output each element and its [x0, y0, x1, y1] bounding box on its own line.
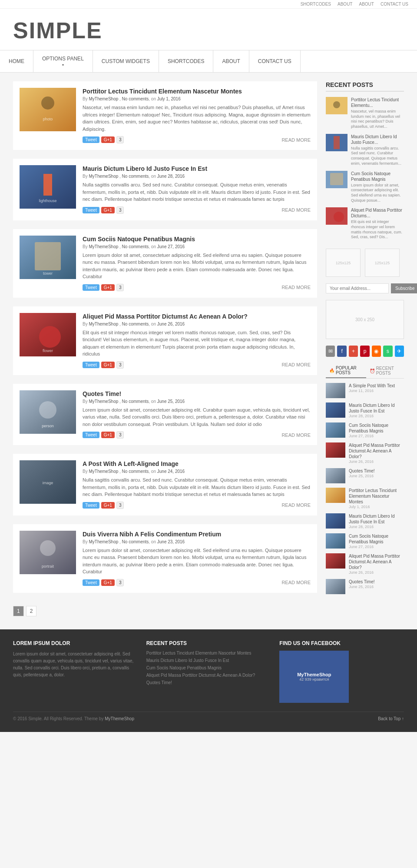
facebook-box[interactable]: MyThemeShop 42 939 нравится — [279, 651, 349, 703]
nav-options[interactable]: OPTIONS PANEL ▾ — [33, 50, 93, 72]
tweet-button[interactable]: Tweet — [83, 579, 99, 586]
post-6-meta: By MyThemeShop , No comments, on June 24… — [83, 469, 311, 474]
pop-title-4[interactable]: Aliquet Pid Massa Porttitor Dictumst Ac … — [349, 442, 404, 459]
subscribe-row: Subscribe — [326, 283, 404, 293]
pop-thumb-1 — [326, 383, 345, 398]
footer-col2-title: RECENT POSTS — [146, 640, 271, 646]
ad-125-2[interactable]: 125x125 — [365, 249, 400, 277]
email-icon[interactable]: ✉ — [326, 346, 335, 357]
pop-title-7[interactable]: Mauris Dictum Libero Id Justo Fusce In E… — [349, 513, 404, 525]
gplus-button[interactable]: G+1 — [101, 502, 115, 509]
read-more-1[interactable]: READ MORE — [281, 137, 311, 143]
post-3-image: tower — [20, 236, 76, 279]
rp-title-4[interactable]: Aliquet Pid Massa Porttitor Dictums... — [351, 207, 404, 219]
post-6-title[interactable]: A Post With A Left-Aligned Image — [83, 460, 311, 467]
rp-title-3[interactable]: Cum Sociis Natoque Penatibus Magnis — [351, 171, 404, 182]
page-1[interactable]: 1 — [13, 606, 24, 616]
ad-300[interactable]: 300 x 250 — [326, 300, 404, 339]
rp-item-1: Porttitor Lectus Tincidunt Elementu... N… — [326, 97, 404, 130]
topbar-about2[interactable]: ABOUT — [359, 2, 374, 7]
tweet-button[interactable]: Tweet — [83, 502, 99, 509]
read-more-4[interactable]: READ MORE — [281, 362, 311, 367]
gplus-button[interactable]: G+1 — [101, 362, 115, 368]
post-7-body: Duis Viverra Nibh A Felis Condimentum Pr… — [83, 531, 311, 586]
read-more-3[interactable]: READ MORE — [281, 285, 311, 290]
pop-item-8: Cum Sociis Natoque Penatibus Magnis June… — [326, 533, 404, 549]
site-title: SIMPLE — [13, 17, 404, 43]
rp-title-1[interactable]: Porttitor Lectus Tincidunt Elementu... — [351, 97, 404, 108]
pop-title-1[interactable]: A Simple Post With Text — [349, 383, 404, 389]
pop-item-2: Mauris Dictum Libero Id Justo Fusce In E… — [326, 402, 404, 418]
twitter-icon[interactable]: ✈ — [395, 346, 404, 357]
tab-recent[interactable]: ⏰ RECENT POSTS — [366, 363, 404, 378]
pop-title-5[interactable]: Quotes Time! — [349, 468, 404, 474]
footer-rp-3[interactable]: Cum Sociis Natoque Penatibus Magnis — [146, 665, 271, 670]
read-more-6[interactable]: READ MORE — [281, 502, 311, 508]
pop-date-10: June 25, 2016 — [349, 585, 404, 589]
post-1-footer: Tweet G+1 3 READ MORE — [83, 136, 311, 143]
nav-home[interactable]: HOME — [0, 50, 33, 72]
tab-popular[interactable]: 🔥 POPULAR POSTS — [326, 363, 366, 378]
post-7-title[interactable]: Duis Viverra Nibh A Felis Condimentum Pr… — [83, 531, 311, 538]
nav-contact[interactable]: CONTACT US — [249, 50, 301, 72]
share-count: 3 — [116, 502, 124, 509]
tweet-button[interactable]: Tweet — [83, 362, 99, 368]
fb-likes: 42 939 нравится — [297, 677, 331, 682]
gplus-button[interactable]: G+1 — [101, 207, 115, 213]
footer-theme-link[interactable]: MyThemeShop — [105, 716, 134, 721]
post-4-social: Tweet G+1 3 — [83, 361, 124, 369]
gplus-button[interactable]: G+1 — [101, 432, 115, 438]
gplus-icon[interactable]: + — [349, 346, 358, 357]
pop-title-10[interactable]: Quotes Time! — [349, 579, 404, 585]
pop-title-9[interactable]: Aliquet Pid Massa Porttitor Dictumst Ac … — [349, 553, 404, 570]
topbar-about1[interactable]: ABOUT — [338, 2, 352, 7]
rp-title-2[interactable]: Mauris Dictum Libero Id Justo Fusce... — [351, 134, 404, 145]
post-2-title[interactable]: Mauris Dictum Libero Id Justo Fusce In E… — [83, 165, 311, 172]
tweet-button[interactable]: Tweet — [83, 432, 99, 438]
stumble-icon[interactable]: s — [383, 346, 392, 357]
read-more-5[interactable]: READ MORE — [281, 432, 311, 438]
email-input[interactable] — [326, 283, 389, 293]
svg-point-1 — [41, 96, 54, 110]
pop-title-8[interactable]: Cum Sociis Natoque Penatibus Magnis — [349, 533, 404, 545]
post-5-body: Quotes Time! By MyThemeShop , No comment… — [83, 390, 311, 439]
pop-text-10: Quotes Time! June 25, 2016 — [349, 579, 404, 589]
page-2[interactable]: 2 — [26, 606, 37, 616]
footer-rp-2[interactable]: Mauris Dictum Libero Id Justo Fusce In E… — [146, 658, 271, 663]
gplus-button[interactable]: G+1 — [101, 136, 115, 143]
rp-thumb-4 — [326, 207, 348, 225]
pinterest-icon[interactable]: p — [360, 346, 369, 357]
footer-rp-4[interactable]: Aliquet Pid Massa Porttitor Dictumst Ac … — [146, 673, 271, 678]
post-1-title[interactable]: Porttitor Lectus Tincidunt Elementum Nas… — [83, 88, 311, 95]
read-more-2[interactable]: READ MORE — [281, 207, 311, 213]
tweet-button[interactable]: Tweet — [83, 136, 99, 143]
pop-title-2[interactable]: Mauris Dictum Libero Id Justo Fusce In E… — [349, 402, 404, 414]
rss-icon[interactable]: ◉ — [372, 346, 381, 357]
gplus-button[interactable]: G+1 — [101, 284, 115, 291]
post-3-title[interactable]: Cum Sociis Natoque Penatibus Magnis — [83, 236, 311, 243]
footer-rp-1[interactable]: Porttitor Lectus Tincidunt Elementum Nas… — [146, 651, 271, 655]
nav-about[interactable]: ABOUT — [213, 50, 249, 72]
tweet-button[interactable]: Tweet — [83, 284, 99, 291]
post-5-image: person — [20, 390, 76, 434]
gplus-button[interactable]: G+1 — [101, 579, 115, 586]
ad-125-1[interactable]: 125x125 — [326, 249, 361, 277]
post-5-excerpt: Lorem ipsum dolor sit amet, consectetuer… — [83, 406, 311, 428]
facebook-icon[interactable]: f — [337, 346, 346, 357]
pop-title-6[interactable]: Porttitor Lectus Tincidunt Elementum Nas… — [349, 488, 404, 505]
subscribe-button[interactable]: Subscribe — [391, 283, 417, 293]
topbar-contact[interactable]: CONTACT US — [381, 2, 408, 7]
read-more-7[interactable]: READ MORE — [281, 580, 311, 585]
post-4-title[interactable]: Aliquet Pid Massa Porttitor Dictumst Ac … — [83, 313, 311, 320]
back-to-top[interactable]: Back to Top ↑ — [378, 716, 404, 721]
tweet-button[interactable]: Tweet — [83, 207, 99, 213]
pop-thumb-9 — [326, 553, 345, 569]
nav-widgets[interactable]: CUSTOM WIDGETS — [93, 50, 159, 72]
pop-title-3[interactable]: Cum Sociis Natoque Penatibus Magnis — [349, 422, 404, 434]
footer-rp-5[interactable]: Quotes Time! — [146, 680, 271, 685]
post-5-title[interactable]: Quotes Time! — [83, 390, 311, 397]
nav-shortcodes[interactable]: SHORTCODES — [159, 50, 213, 72]
post-5: person Quotes Time! By MyThemeShop , No … — [13, 384, 317, 446]
topbar-shortcodes[interactable]: SHORTCODES — [301, 2, 331, 7]
svg-text:portrait: portrait — [42, 564, 54, 569]
